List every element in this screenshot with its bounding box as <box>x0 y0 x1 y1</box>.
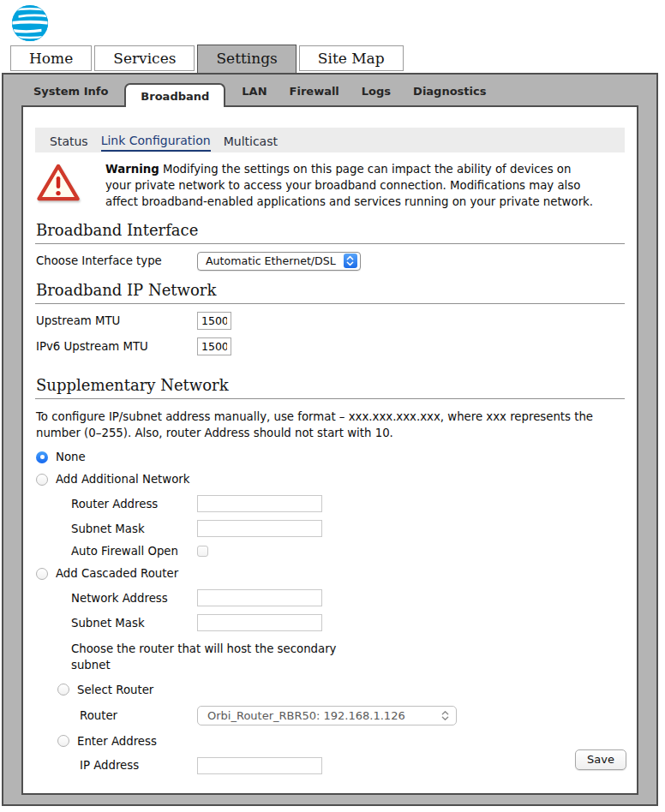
radio-row-add-additional-network[interactable]: Add Additional Network <box>36 473 626 486</box>
host-router-note: Choose the router that will host the sec… <box>71 642 347 673</box>
warning-text: Warning Modifying the settings on this p… <box>105 162 596 211</box>
broadband-panel: Status Link Configuration Multicast Warn… <box>21 105 638 795</box>
router-select-value: Orbi_Router_RBR50: 192.168.1.126 <box>207 709 405 722</box>
router-select[interactable]: Orbi_Router_RBR50: 192.168.1.126 <box>197 706 457 725</box>
warning-box: Warning Modifying the settings on this p… <box>36 162 626 211</box>
select-chevrons-icon <box>441 710 449 721</box>
broadband-section-nav: Status Link Configuration Multicast <box>35 128 625 152</box>
tab-home[interactable]: Home <box>10 45 92 71</box>
network-address-label: Network Address <box>71 592 197 605</box>
subtab-broadband[interactable]: Broadband <box>124 83 225 107</box>
select-router-radio[interactable] <box>57 684 69 696</box>
supplementary-description: To configure IP/subnet address manually,… <box>36 409 626 442</box>
select-stepper-icon <box>344 254 357 268</box>
none-label: None <box>56 451 86 463</box>
warning-triangle-icon <box>36 162 81 211</box>
heading-broadband-ip-network: Broadband IP Network <box>36 281 626 299</box>
cascaded-subnet-mask-label: Subnet Mask <box>71 617 197 630</box>
radio-row-select-router[interactable]: Select Router <box>57 684 626 696</box>
divider <box>35 243 625 244</box>
subtab-logs[interactable]: Logs <box>350 76 402 105</box>
network-address-input[interactable] <box>197 589 322 606</box>
heading-supplementary-network: Supplementary Network <box>36 376 626 394</box>
att-logo-icon <box>10 3 50 43</box>
subtab-diagnostics[interactable]: Diagnostics <box>402 76 497 105</box>
settings-sub-nav: System Info Broadband LAN Firewall Logs … <box>3 75 656 105</box>
settings-frame: System Info Broadband LAN Firewall Logs … <box>2 73 658 806</box>
none-radio[interactable] <box>36 451 48 463</box>
radio-row-enter-address[interactable]: Enter Address <box>57 735 626 748</box>
warning-title: Warning <box>105 163 159 176</box>
subtab-system-info[interactable]: System Info <box>22 76 119 105</box>
interface-type-label: Choose Interface type <box>36 254 197 267</box>
enter-address-label: Enter Address <box>77 735 157 748</box>
select-router-label: Select Router <box>77 684 153 696</box>
tab-site-map[interactable]: Site Map <box>299 45 404 71</box>
interface-type-select[interactable]: Automatic Ethernet/DSL <box>197 252 361 271</box>
add-cascaded-router-label: Add Cascaded Router <box>56 567 178 580</box>
link-multicast[interactable]: Multicast <box>224 130 278 151</box>
subtab-lan[interactable]: LAN <box>231 76 278 105</box>
ipv6-upstream-mtu-input[interactable] <box>197 337 231 355</box>
save-button[interactable]: Save <box>575 749 626 770</box>
subtab-firewall[interactable]: Firewall <box>279 76 350 105</box>
radio-row-none[interactable]: None <box>36 451 626 463</box>
interface-type-value: Automatic Ethernet/DSL <box>206 254 336 267</box>
ip-address-input[interactable] <box>197 757 322 774</box>
add-additional-network-radio[interactable] <box>36 474 48 486</box>
auto-firewall-open-checkbox[interactable] <box>197 546 208 557</box>
ipv6-upstream-mtu-label: IPv6 Upstream MTU <box>36 340 197 353</box>
upstream-mtu-label: Upstream MTU <box>36 314 197 327</box>
radio-row-add-cascaded-router[interactable]: Add Cascaded Router <box>36 567 626 580</box>
warning-body: Modifying the settings on this page can … <box>105 163 593 208</box>
add-additional-network-label: Add Additional Network <box>56 473 189 486</box>
upstream-mtu-input[interactable] <box>197 312 231 330</box>
subnet-mask-label: Subnet Mask <box>71 522 197 535</box>
router-address-label: Router Address <box>71 498 197 510</box>
router-label: Router <box>80 709 197 722</box>
divider <box>35 303 625 304</box>
router-address-input[interactable] <box>197 495 322 512</box>
tab-services[interactable]: Services <box>94 45 195 71</box>
link-link-configuration[interactable]: Link Configuration <box>101 129 211 152</box>
enter-address-radio[interactable] <box>57 735 69 747</box>
link-status[interactable]: Status <box>50 130 88 151</box>
heading-broadband-interface: Broadband Interface <box>36 221 626 239</box>
divider <box>35 398 625 399</box>
ip-address-label: IP Address <box>80 759 197 772</box>
subnet-mask-input[interactable] <box>197 520 322 537</box>
cascaded-subnet-mask-input[interactable] <box>197 614 322 631</box>
main-nav: Home Services Settings Site Map <box>10 45 406 71</box>
tab-settings[interactable]: Settings <box>197 45 296 73</box>
add-cascaded-router-radio[interactable] <box>36 568 48 580</box>
auto-firewall-open-label: Auto Firewall Open <box>71 545 197 558</box>
